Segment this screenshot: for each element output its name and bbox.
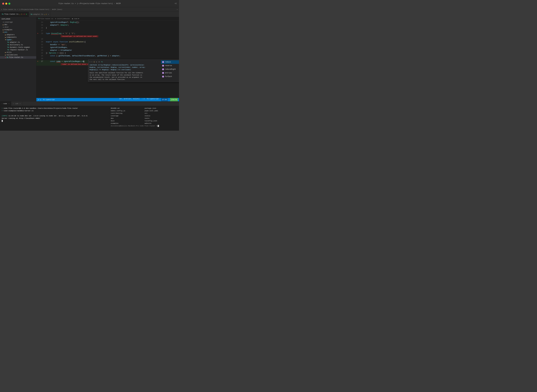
zsh-prompt-text: dsitdikov@Daniils-MacBook-Pro node-file-… bbox=[111, 125, 157, 127]
autocomplete-detail: ⊙ ⊙ {} ◆ JS TS (method) Array<RegExp>.re… bbox=[88, 60, 161, 82]
method-icon: ⊙ bbox=[162, 76, 164, 78]
line-number-14: 14 bbox=[39, 21, 45, 24]
item-label: src bbox=[4, 31, 7, 33]
line-content-15: adapter?: Adapter; bbox=[45, 24, 179, 27]
ac-item-reverse[interactable]: ⊙ reverse (LSP) bbox=[161, 64, 179, 67]
line-content-16: } bbox=[45, 27, 179, 29]
zsh-file-6: src bbox=[145, 112, 177, 115]
code-editor[interactable]: 14 ignoreFilesRegex?: RegExp[]; 15 adapt… bbox=[36, 20, 179, 98]
sidebar-item-dist[interactable]: ⟳ dist bbox=[0, 26, 36, 28]
folder-open-icon: ▼ bbox=[3, 32, 4, 33]
minimize-button[interactable] bbox=[5, 3, 7, 5]
code-line-14: 14 ignoreFilesRegex?: RegExp[]; bbox=[36, 21, 179, 24]
detail-icon-method2: ⊙ bbox=[91, 61, 92, 63]
item-label: dictionary.ts bbox=[10, 44, 23, 46]
line-number-16: 16 bbox=[39, 27, 45, 29]
method-icon: ⊙ bbox=[162, 61, 164, 63]
pane-title: file-router.ts + (~/Projects/node-file-r… bbox=[3, 9, 62, 10]
terminal-tab-zsh[interactable]: ✕ -zsh ⋯ bbox=[11, 102, 22, 106]
ac-item-entries[interactable]: ⊙ entries (LSP) bbox=[161, 71, 179, 75]
sidebar-item-request-handler[interactable]: TS request-handler.ts bbox=[0, 49, 36, 51]
sidebar-item-types[interactable]: ▼ types ⚠ bbox=[0, 39, 36, 41]
line-content-14: ignoreFilesRegex?: RegExp[]; bbox=[45, 21, 179, 24]
ts-file-icon: TS bbox=[7, 49, 9, 51]
tab-file-router[interactable]: TS file-router.ts △ 2 ⊘ 6 ● bbox=[0, 12, 29, 17]
fullscreen-button[interactable] bbox=[8, 3, 10, 5]
tab-err-badge: ⊘ 6 bbox=[23, 14, 25, 15]
terminal-close-icon-2[interactable]: ✕ bbox=[13, 103, 14, 105]
folder-sync-icon-2: ⟳ bbox=[3, 26, 4, 28]
detail-icons: ⊙ ⊙ {} ◆ JS TS bbox=[90, 61, 160, 63]
zsh-file-8: static bbox=[145, 115, 177, 117]
sidebar-item-examples[interactable]: ▶ examples bbox=[0, 28, 36, 31]
sidebar-item-dynamic-route[interactable]: TS dynamic-route-segmen bbox=[0, 46, 36, 49]
zsh-file-11: dist bbox=[111, 120, 143, 122]
line-content-25: const { getPathname, defaultNotFoundHand… bbox=[45, 55, 179, 57]
code-line-21: 21 baseDir = 'api', bbox=[36, 43, 179, 46]
ac-label: forEach bbox=[165, 75, 179, 78]
pane-menu-icon[interactable]: ⋯ bbox=[177, 8, 178, 11]
sidebar-item-coverage[interactable]: ⟳ coverage bbox=[0, 21, 36, 23]
zsh-file-3: babel.config.js bbox=[111, 110, 143, 112]
ac-item-reduceRight[interactable]: ⊙ reduceRight (LSP) bbox=[161, 67, 179, 71]
detail-icon-js: JS bbox=[98, 61, 100, 63]
terminal-tab-dots-2[interactable]: ⋯ bbox=[20, 103, 21, 105]
detail-icon-ts: TS bbox=[101, 61, 103, 63]
zsh-file-9: dev bbox=[111, 117, 143, 120]
ac-item-forEach[interactable]: ⊙ forEach (LSP) bbox=[161, 75, 179, 78]
tab-dot-green: ● bbox=[26, 13, 27, 15]
terminal-tab-label: node bbox=[3, 103, 7, 105]
zsh-file-10: tests bbox=[145, 117, 177, 120]
tab-adapter[interactable]: TS adapter.ts △ 2 ✕ bbox=[29, 12, 51, 17]
terminal-tab-node[interactable]: ✕ node ⋯ bbox=[0, 102, 11, 106]
terminal-node[interactable]: > node-file-router@0.2.0 dev:sandbox /Us… bbox=[0, 106, 109, 131]
sidebar-item-validations[interactable]: ▶ validations bbox=[0, 54, 36, 56]
line-number-20: 20 bbox=[39, 41, 45, 43]
sidebar-item-src[interactable]: ▼ src bbox=[0, 31, 36, 33]
code-line-16: 16 } bbox=[36, 27, 179, 29]
sidebar-title: Explorer bbox=[0, 17, 36, 21]
terminal-tab-dots[interactable]: ⋯ bbox=[8, 103, 9, 105]
line-content-23: adapter = httpAdapter bbox=[45, 49, 179, 52]
ac-item-reduce[interactable]: ⊙ reduce LSP bbox=[161, 60, 179, 64]
line-content-21: baseDir = 'api', bbox=[45, 43, 179, 46]
breadcrumb-file[interactable]: file-router.ts bbox=[40, 18, 53, 19]
tab-close-icon[interactable]: ✕ bbox=[48, 14, 49, 15]
close-button[interactable] bbox=[2, 3, 4, 5]
zsh-file-1: README.md bbox=[111, 107, 143, 110]
code-line-15: 15 adapter?: Adapter; bbox=[36, 24, 179, 27]
line-number-26: 26 bbox=[39, 57, 45, 60]
sidebar-item-adapter-ts[interactable]: TS adapter.ts bbox=[0, 41, 36, 44]
line-content-24: }: Options = {}}) { bbox=[45, 52, 179, 55]
line-number-18: 18 bbox=[39, 32, 45, 35]
line-number-19: 19 bbox=[39, 38, 45, 41]
breadcrumb-func[interactable]: ⊕ initFileRouter bbox=[55, 18, 70, 19]
item-label: adapter.ts bbox=[10, 41, 20, 43]
sidebar-item-adapters[interactable]: ▶ adapters bbox=[0, 33, 36, 36]
breadcrumb-var[interactable]: ▣ some bbox=[72, 18, 78, 19]
terminal-close-icon[interactable]: ✕ bbox=[2, 103, 3, 105]
sidebar-item-dictionary-ts[interactable]: TS dictionary.ts bbox=[0, 44, 36, 46]
sidebar-item-utils[interactable]: ▶ utils bbox=[0, 51, 36, 54]
sidebar-item-components[interactable]: ▶ components bbox=[0, 36, 36, 39]
code-line-18: ⊘ 18 type UnusedType = '1' | '2'; 'Unuse… bbox=[36, 32, 179, 38]
terminal-cursor bbox=[2, 120, 3, 122]
method-icon: ⊙ bbox=[162, 68, 164, 70]
line-content-22: ignoreFilesRegex, bbox=[45, 46, 179, 49]
item-label: dist bbox=[5, 26, 9, 28]
autocomplete-popup: ⊙ ⊙ {} ◆ JS TS (method) Array<RegExp>.re… bbox=[88, 60, 179, 82]
sidebar-item-file-router-ts[interactable]: ⊘ TS file-router.ts bbox=[0, 56, 36, 59]
status-typescript-label: TS typescript bbox=[147, 98, 159, 101]
sidebar-item-dev[interactable]: ▶ dev bbox=[0, 23, 36, 26]
app: file-router.ts + (~/Projects/node-file-r… bbox=[0, 0, 179, 131]
code-line-22: 22 ignoreFilesRegex, bbox=[36, 46, 179, 49]
pane-close-icon[interactable]: ✕ bbox=[1, 9, 2, 10]
zsh-file-12: tsconfig.json bbox=[145, 120, 177, 122]
zsh-file-13: examples bbox=[111, 122, 143, 125]
status-position: 27:35 bbox=[161, 98, 168, 101]
terminal-line-3: [INFO] 11:34:39 ts-node-dev ver. 2.0.0 (… bbox=[2, 115, 107, 117]
terminal-zsh[interactable]: README.md package.json babel.config.js p… bbox=[109, 106, 179, 131]
terminal-line-2: > tsnd examples/sandbox/server.ts bbox=[2, 110, 107, 112]
folder-icon: ▶ bbox=[5, 51, 6, 53]
status-percent: 27%/70 bbox=[170, 98, 178, 101]
